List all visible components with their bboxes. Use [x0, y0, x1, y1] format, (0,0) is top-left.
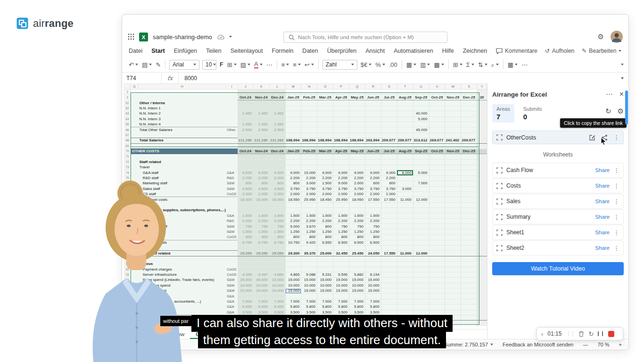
cell[interactable]: 6.750	[269, 240, 285, 245]
cell-category[interactable]	[226, 245, 238, 250]
select-all-corner[interactable]	[124, 84, 131, 90]
cell[interactable]	[445, 310, 461, 315]
cell[interactable]	[413, 218, 429, 223]
cell[interactable]	[429, 262, 445, 267]
cell[interactable]	[461, 111, 477, 116]
format-table-icon[interactable]: ▥	[418, 62, 432, 68]
cell[interactable]	[397, 143, 413, 148]
cell[interactable]	[477, 159, 487, 165]
cell[interactable]	[333, 256, 349, 261]
cell[interactable]	[429, 132, 445, 138]
cell[interactable]: 2.200	[285, 218, 301, 223]
cell[interactable]	[365, 143, 381, 148]
cell[interactable]	[413, 213, 429, 218]
cell[interactable]	[445, 181, 461, 186]
cell[interactable]	[477, 208, 487, 213]
cell[interactable]: 800	[285, 235, 301, 240]
cell[interactable]	[429, 288, 445, 294]
edit-area-icon[interactable]	[589, 134, 595, 141]
cell[interactable]	[381, 283, 397, 288]
cell[interactable]	[254, 208, 270, 213]
cell[interactable]	[333, 294, 349, 299]
cell[interactable]: 9.000	[349, 170, 365, 175]
cell[interactable]: 25.950	[301, 197, 317, 202]
cell[interactable]	[429, 256, 445, 261]
col-header-U[interactable]: U	[413, 84, 429, 90]
cell[interactable]: 10.000	[238, 283, 254, 288]
col-header-S[interactable]: S	[381, 84, 397, 90]
cell[interactable]: 10.000	[333, 283, 349, 288]
cell[interactable]: 600	[365, 181, 381, 186]
cell[interactable]: 25.450	[349, 251, 365, 256]
cell[interactable]: 7.000	[269, 299, 285, 304]
cell[interactable]	[254, 267, 270, 272]
cell[interactable]	[381, 122, 397, 127]
menu-einfügen[interactable]: Einfügen	[174, 48, 197, 54]
cell[interactable]	[365, 122, 381, 127]
cell[interactable]	[365, 100, 381, 106]
paste-icon[interactable]: ▤	[140, 62, 154, 68]
cell[interactable]	[477, 143, 487, 148]
cell[interactable]: 4.660	[269, 272, 285, 277]
cell[interactable]	[365, 154, 381, 159]
worksheet-share-link[interactable]: Share	[595, 183, 610, 189]
cell[interactable]	[413, 294, 429, 299]
document-title[interactable]: sample-sharing-demo	[153, 33, 212, 41]
cell[interactable]	[269, 245, 285, 250]
avatar[interactable]	[611, 31, 623, 43]
cell[interactable]: 1.250	[349, 229, 365, 234]
cell[interactable]	[285, 127, 301, 132]
refresh-icon[interactable]: ↻	[605, 107, 611, 115]
cell[interactable]: 4.500	[238, 186, 254, 191]
cell[interactable]	[254, 90, 270, 95]
cell[interactable]	[477, 299, 487, 304]
cell[interactable]	[301, 111, 317, 116]
cell[interactable]	[477, 262, 487, 267]
cell[interactable]: Feb-25	[301, 148, 317, 154]
cell[interactable]	[477, 256, 487, 261]
cell[interactable]: 1.250	[285, 229, 301, 234]
cell[interactable]: 7.000	[317, 299, 333, 304]
cell[interactable]: 15.000	[269, 278, 285, 283]
cell[interactable]	[477, 245, 487, 250]
cell[interactable]	[477, 186, 487, 191]
cell[interactable]	[477, 278, 487, 283]
cell[interactable]	[429, 186, 445, 191]
col-header-L[interactable]: L	[269, 84, 285, 90]
cell[interactable]: 2.000	[333, 192, 349, 197]
cell[interactable]: May-25	[349, 148, 365, 154]
cell[interactable]	[269, 165, 285, 170]
cell[interactable]	[285, 132, 301, 138]
cell[interactable]	[381, 299, 397, 304]
cell[interactable]: 3.500	[333, 310, 349, 315]
cell[interactable]	[429, 202, 445, 207]
menu-datei[interactable]: Datei	[129, 48, 142, 54]
cell[interactable]: 4.345	[238, 272, 254, 277]
cell[interactable]	[461, 240, 477, 245]
cell[interactable]: 9.000	[333, 181, 349, 186]
cell[interactable]	[226, 95, 238, 100]
cell[interactable]: Apr-25	[333, 148, 349, 154]
cell[interactable]: 800	[238, 235, 254, 240]
cell[interactable]	[413, 229, 429, 234]
cell[interactable]	[333, 106, 349, 111]
cell[interactable]: Nov-24	[254, 95, 270, 100]
cell[interactable]: 15.000	[301, 288, 317, 294]
panel-scrollbar[interactable]	[625, 90, 628, 124]
cell[interactable]	[477, 154, 487, 159]
cell[interactable]: 800	[333, 235, 349, 240]
cell[interactable]: 35.370	[301, 251, 317, 256]
cell[interactable]: Jun-25	[365, 148, 381, 154]
cell[interactable]	[477, 148, 487, 154]
col-header-Y[interactable]: Y	[477, 84, 487, 90]
cell[interactable]	[461, 288, 477, 294]
cell[interactable]	[477, 138, 487, 143]
cell[interactable]	[238, 208, 254, 213]
cell[interactable]	[317, 154, 333, 159]
cell[interactable]	[461, 90, 477, 95]
cell[interactable]	[317, 165, 333, 170]
cell[interactable]	[254, 116, 270, 122]
cell[interactable]: 6.500	[349, 240, 365, 245]
cell[interactable]	[131, 154, 139, 159]
cell[interactable]	[365, 165, 381, 170]
